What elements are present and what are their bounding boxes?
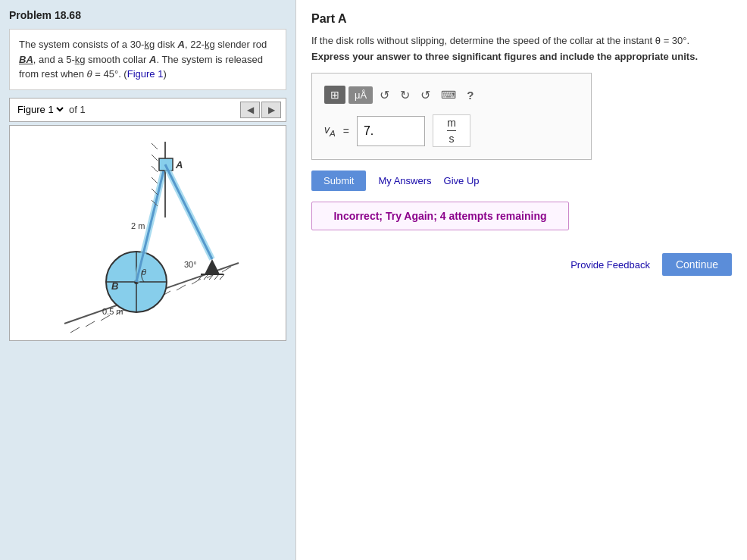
express-instruction: Express your answer to three significant…: [311, 51, 732, 62]
unit-denominator: s: [449, 133, 454, 145]
svg-line-27: [152, 177, 158, 183]
svg-line-24: [152, 143, 158, 149]
problem-title: Problem 18.68: [9, 9, 286, 21]
svg-line-39: [214, 274, 219, 280]
variable-label: vA: [324, 124, 336, 138]
nav-buttons: ◀ ▶: [240, 102, 281, 118]
continue-button[interactable]: Continue: [662, 253, 732, 276]
redo-button[interactable]: ↻: [396, 86, 414, 104]
svg-text:B: B: [111, 280, 118, 292]
part-title: Part A: [311, 12, 732, 26]
svg-line-40: [220, 274, 224, 280]
svg-line-2: [86, 321, 95, 327]
undo-button[interactable]: ↺: [376, 86, 393, 104]
svg-marker-34: [205, 259, 220, 274]
my-answers-link[interactable]: My Answers: [378, 175, 431, 186]
answer-input[interactable]: [357, 116, 425, 146]
question-text: If the disk rolls without slipping, dete…: [311, 35, 732, 46]
prev-button[interactable]: ◀: [240, 102, 260, 118]
svg-text:θ: θ: [142, 267, 146, 277]
answer-box: ⊞ μÅ ↺ ↻ ↺ ⌨ ? vA = m s: [311, 73, 592, 160]
figure1-link[interactable]: Figure 1: [127, 68, 164, 80]
figure-dropdown[interactable]: Figure 1: [14, 103, 66, 116]
svg-text:2 m: 2 m: [131, 221, 145, 230]
toolbar: ⊞ μÅ ↺ ↻ ↺ ⌨ ?: [324, 86, 579, 104]
mu-label: μÅ: [355, 89, 367, 101]
unit-display: m s: [433, 114, 470, 147]
svg-line-26: [152, 166, 158, 172]
next-button[interactable]: ▶: [261, 102, 281, 118]
give-up-link[interactable]: Give Up: [444, 175, 480, 186]
svg-line-3: [101, 315, 110, 321]
figure-image-box: B 0.5 m 2 m: [9, 125, 286, 341]
submit-button[interactable]: Submit: [311, 171, 366, 191]
of-label: of 1: [69, 104, 86, 115]
help-button[interactable]: ?: [463, 87, 477, 103]
svg-text:30°: 30°: [184, 260, 197, 269]
problem-description: The system consists of a 30-kg disk A, 2…: [9, 29, 286, 90]
svg-line-33: [165, 164, 212, 259]
svg-text:A: A: [175, 159, 183, 171]
svg-line-9: [192, 279, 201, 284]
svg-text:0.5 m: 0.5 m: [102, 307, 123, 316]
incorrect-message: Incorrect; Try Again; 4 attempts remaini…: [311, 202, 569, 230]
mu-button[interactable]: μÅ: [348, 86, 373, 104]
svg-line-25: [152, 155, 158, 161]
provide-feedback-link[interactable]: Provide Feedback: [570, 259, 650, 271]
figure-selector: Figure 1 of 1 ◀ ▶: [9, 98, 286, 122]
refresh-button[interactable]: ↺: [417, 86, 434, 104]
right-panel: Part A If the disk rolls without slippin…: [295, 0, 747, 560]
grid-icon-button[interactable]: ⊞: [324, 86, 345, 104]
bottom-row: Provide Feedback Continue: [311, 253, 732, 276]
unit-numerator: m: [447, 117, 456, 131]
svg-line-1: [70, 327, 80, 333]
action-row: Submit My Answers Give Up: [311, 171, 732, 191]
keyboard-button[interactable]: ⌨: [437, 87, 460, 102]
input-row: vA = m s: [324, 114, 579, 147]
svg-line-8: [177, 285, 186, 290]
equals-sign: =: [343, 125, 349, 137]
figure-svg: B 0.5 m 2 m: [19, 127, 277, 339]
left-panel: Problem 18.68 The system consists of a 3…: [0, 0, 295, 560]
